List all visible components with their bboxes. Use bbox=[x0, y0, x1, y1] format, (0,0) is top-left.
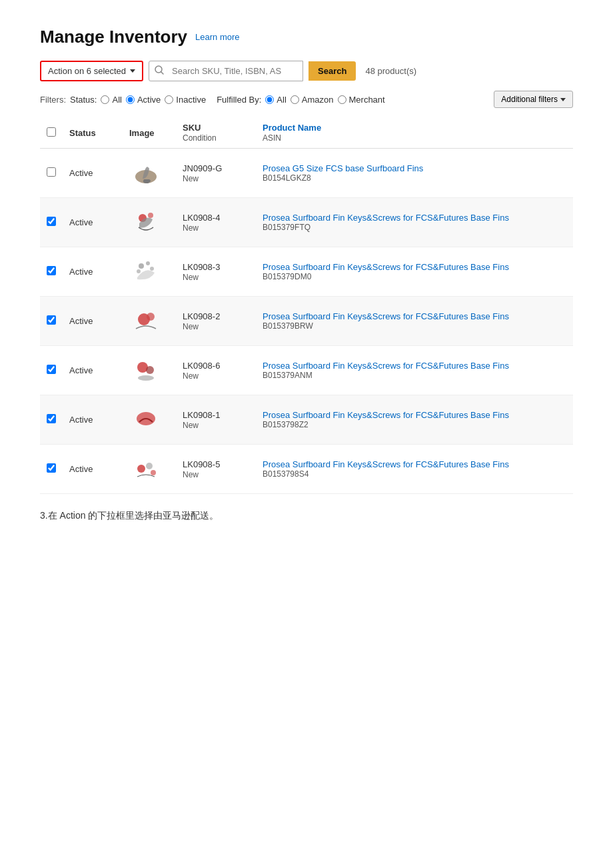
product-name-link[interactable]: Prosea Surfboard Fin Keys&Screws for FCS… bbox=[263, 410, 509, 420]
status-all-radio[interactable] bbox=[101, 95, 109, 104]
fulfilled-amazon-radio[interactable] bbox=[291, 95, 299, 104]
row-checkbox[interactable] bbox=[47, 315, 56, 325]
footer-note: 3.在 Action 的下拉框里选择由亚马逊配送。 bbox=[40, 510, 573, 522]
search-icon bbox=[149, 61, 169, 81]
dropdown-caret-icon bbox=[130, 69, 135, 73]
row-checkbox[interactable] bbox=[47, 167, 56, 177]
col-header-image: Image bbox=[123, 117, 176, 149]
row-sku: LK0908-6New bbox=[176, 346, 256, 395]
row-product: Prosea Surfboard Fin Keys&Screws for FCS… bbox=[256, 297, 573, 346]
row-checkbox[interactable] bbox=[47, 463, 56, 473]
row-product: Prosea Surfboard Fin Keys&Screws for FCS… bbox=[256, 346, 573, 395]
product-name-link[interactable]: Prosea Surfboard Fin Keys&Screws for FCS… bbox=[263, 361, 509, 371]
row-image bbox=[123, 198, 176, 247]
search-input[interactable] bbox=[169, 62, 303, 80]
row-checkbox[interactable] bbox=[47, 266, 56, 275]
svg-point-15 bbox=[137, 465, 145, 473]
svg-line-1 bbox=[161, 72, 164, 75]
row-sku: LK0908-5New bbox=[176, 445, 256, 494]
row-status: Active bbox=[63, 149, 123, 198]
status-all-group: All bbox=[101, 95, 121, 105]
fulfilled-filter-label: Fulfilled By: bbox=[217, 95, 261, 105]
table-row: Active LK0908-1NewProsea Surfboard Fin K… bbox=[40, 395, 573, 445]
table-row: Active LK0908-6NewProsea Surfboard Fin K… bbox=[40, 346, 573, 395]
row-image bbox=[123, 149, 176, 198]
row-image bbox=[123, 297, 176, 346]
product-name-link[interactable]: Prosea Surfboard Fin Keys&Screws for FCS… bbox=[263, 311, 509, 321]
fulfilled-all-group: All bbox=[265, 95, 286, 105]
fulfilled-merchant-radio[interactable] bbox=[338, 95, 346, 104]
row-sku: JN0909-GNew bbox=[176, 149, 256, 198]
row-sku: LK0908-3New bbox=[176, 247, 256, 297]
search-box bbox=[149, 61, 303, 81]
table-row: Active LK0908-2NewProsea Surfboard Fin K… bbox=[40, 297, 573, 346]
learn-more-link[interactable]: Learn more bbox=[195, 32, 239, 42]
status-inactive-radio[interactable] bbox=[165, 95, 173, 104]
row-product: Prosea Surfboard Fin Keys&Screws for FCS… bbox=[256, 395, 573, 445]
col-header-sku: SKU Condition bbox=[176, 117, 256, 149]
status-active-radio[interactable] bbox=[126, 95, 135, 104]
row-sku: LK0908-2New bbox=[176, 297, 256, 346]
svg-point-13 bbox=[138, 375, 154, 381]
product-count: 48 product(s) bbox=[365, 66, 416, 76]
product-asin: B0153798Z2 bbox=[263, 420, 566, 429]
svg-point-10 bbox=[147, 313, 155, 321]
svg-point-16 bbox=[146, 463, 153, 469]
product-asin: B015379FTQ bbox=[263, 223, 566, 232]
search-button[interactable]: Search bbox=[308, 61, 356, 81]
product-asin: B015379BRW bbox=[263, 321, 566, 331]
table-row: Active LK0908-4NewProsea Surfboard Fin K… bbox=[40, 198, 573, 247]
row-status: Active bbox=[63, 198, 123, 247]
status-all-label[interactable]: All bbox=[112, 95, 121, 105]
fulfilled-amazon-group: Amazon bbox=[291, 95, 334, 105]
product-name-link[interactable]: Prosea G5 Size FCS base Surfboard Fins bbox=[263, 163, 423, 173]
svg-point-5 bbox=[139, 263, 144, 269]
select-all-checkbox[interactable] bbox=[47, 127, 56, 137]
row-status: Active bbox=[63, 346, 123, 395]
col-header-product: Product Name ASIN bbox=[256, 117, 573, 149]
svg-point-8 bbox=[137, 269, 141, 273]
row-image bbox=[123, 247, 176, 297]
row-status: Active bbox=[63, 247, 123, 297]
product-asin: B015379DM0 bbox=[263, 272, 566, 281]
row-product: Prosea Surfboard Fin Keys&Screws for FCS… bbox=[256, 198, 573, 247]
action-dropdown[interactable]: Action on 6 selected bbox=[40, 61, 143, 81]
status-inactive-group: Inactive bbox=[165, 95, 206, 105]
additional-filters-button[interactable]: Additional filters bbox=[494, 91, 573, 108]
svg-point-4 bbox=[148, 213, 153, 218]
table-row: Active JN0909-GNewProsea G5 Size FCS bas… bbox=[40, 149, 573, 198]
row-image bbox=[123, 395, 176, 445]
fulfilled-all-label[interactable]: All bbox=[277, 95, 286, 105]
toolbar: Action on 6 selected Search 48 product(s… bbox=[40, 61, 573, 81]
inventory-table: Status Image SKU Condition Product Name … bbox=[40, 117, 573, 494]
svg-point-12 bbox=[146, 366, 154, 374]
svg-point-17 bbox=[151, 470, 156, 475]
product-name-link[interactable]: Prosea Surfboard Fin Keys&Screws for FCS… bbox=[263, 459, 509, 469]
fulfilled-amazon-label[interactable]: Amazon bbox=[302, 95, 334, 105]
col-header-status: Status bbox=[63, 117, 123, 149]
status-active-group: Active bbox=[126, 95, 161, 105]
svg-point-7 bbox=[150, 267, 154, 271]
product-asin: B015379ANM bbox=[263, 371, 566, 380]
product-name-link[interactable]: Prosea Surfboard Fin Keys&Screws for FCS… bbox=[263, 262, 509, 272]
row-checkbox[interactable] bbox=[47, 414, 56, 423]
product-name-link[interactable]: Prosea Surfboard Fin Keys&Screws for FCS… bbox=[263, 213, 509, 223]
row-sku: LK0908-4New bbox=[176, 198, 256, 247]
row-checkbox[interactable] bbox=[47, 217, 56, 226]
page-title: Manage Inventory bbox=[40, 27, 187, 47]
fulfilled-merchant-label[interactable]: Merchant bbox=[349, 95, 385, 105]
row-image bbox=[123, 346, 176, 395]
filters-label: Filters: bbox=[40, 95, 66, 105]
table-row: Active LK0908-3NewProsea Surfboard Fin K… bbox=[40, 247, 573, 297]
status-inactive-label[interactable]: Inactive bbox=[176, 95, 206, 105]
table-row: Active LK0908-5NewProsea Surfboard Fin K… bbox=[40, 445, 573, 494]
status-filter-label: Status: bbox=[70, 95, 97, 105]
status-active-label[interactable]: Active bbox=[137, 95, 161, 105]
row-product: Prosea G5 Size FCS base Surfboard FinsB0… bbox=[256, 149, 573, 198]
svg-point-6 bbox=[146, 261, 150, 265]
filters-row: Filters: Status: All Active Inactive Ful… bbox=[40, 91, 573, 108]
row-status: Active bbox=[63, 297, 123, 346]
fulfilled-all-radio[interactable] bbox=[265, 95, 274, 104]
row-checkbox[interactable] bbox=[47, 365, 56, 374]
row-sku: LK0908-1New bbox=[176, 395, 256, 445]
